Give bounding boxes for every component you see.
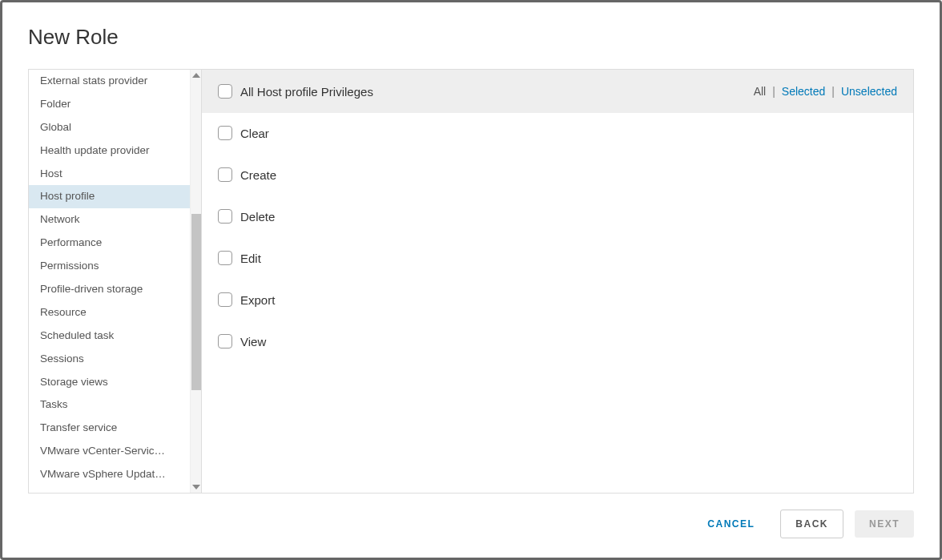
content-area: External stats providerFolderGlobalHealt… <box>28 69 914 494</box>
privilege-label: View <box>240 335 266 348</box>
privilege-checkbox[interactable] <box>218 251 232 265</box>
sidebar-item[interactable]: Tasks <box>29 393 190 417</box>
sidebar-item[interactable]: Permissions <box>29 255 190 278</box>
sidebar-scrollbar[interactable] <box>190 70 201 493</box>
privileges-panel: All Host profile Privileges All | Select… <box>202 70 913 493</box>
privilege-checkbox[interactable] <box>218 126 232 140</box>
privilege-label: Clear <box>240 127 269 140</box>
scroll-thumb[interactable] <box>191 214 201 390</box>
privilege-checkbox[interactable] <box>218 209 232 224</box>
privilege-item: Create <box>218 167 897 182</box>
next-button[interactable]: NEXT <box>855 510 914 538</box>
sidebar-item[interactable]: Folder <box>29 93 190 116</box>
sidebar-item[interactable]: Storage views <box>29 371 190 394</box>
sidebar-item[interactable]: Host <box>29 163 190 186</box>
sidebar-item[interactable]: VMware vCenter-Servic… <box>29 440 190 463</box>
sidebar-item[interactable]: Resource <box>29 301 190 324</box>
scroll-up-icon[interactable] <box>192 73 200 78</box>
sidebar-item[interactable]: Scheduled task <box>29 324 190 348</box>
categories-sidebar: External stats providerFolderGlobalHealt… <box>29 70 202 493</box>
privileges-panel-header: All Host profile Privileges All | Select… <box>202 70 913 113</box>
filter-divider: | <box>772 85 775 98</box>
back-button[interactable]: BACK <box>780 510 843 538</box>
sidebar-item[interactable]: Sessions <box>29 348 190 371</box>
new-role-dialog: New Role External stats providerFolderGl… <box>0 0 942 560</box>
privileges-list: ClearCreateDeleteEditExportView <box>202 113 913 361</box>
scroll-down-icon[interactable] <box>192 485 200 489</box>
privilege-item: Edit <box>218 251 897 265</box>
sidebar-item[interactable]: VMware vSphere Updat… <box>29 463 190 486</box>
filter-all: All <box>754 85 767 98</box>
privilege-checkbox[interactable] <box>218 292 232 307</box>
filter-unselected-link[interactable]: Unselected <box>841 85 897 98</box>
filter-selected-link[interactable]: Selected <box>782 85 825 98</box>
sidebar-item[interactable]: Global <box>29 116 190 139</box>
privilege-checkbox[interactable] <box>218 334 232 348</box>
privilege-item: Clear <box>218 126 897 140</box>
privilege-item: Delete <box>218 209 897 224</box>
privilege-label: Export <box>240 293 275 307</box>
sidebar-item[interactable]: Transfer service <box>29 417 190 440</box>
dialog-title: New Role <box>28 25 914 50</box>
privilege-item: View <box>218 334 897 348</box>
panel-header-filters: All | Selected | Unselected <box>754 85 897 98</box>
privilege-checkbox[interactable] <box>218 167 232 182</box>
privilege-label: Delete <box>240 210 275 224</box>
privilege-label: Create <box>240 168 276 182</box>
sidebar-item[interactable]: Health update provider <box>29 139 190 163</box>
privilege-item: Export <box>218 292 897 307</box>
panel-header-title: All Host profile Privileges <box>240 85 373 99</box>
sidebar-item[interactable]: Performance <box>29 232 190 255</box>
sidebar-item[interactable]: Host profile <box>29 185 190 208</box>
sidebar-item[interactable]: Profile-driven storage <box>29 278 190 301</box>
filter-divider: | <box>831 85 835 98</box>
privilege-label: Edit <box>240 252 261 265</box>
dialog-footer: CANCEL BACK NEXT <box>28 494 914 538</box>
categories-list: External stats providerFolderGlobalHealt… <box>29 70 190 493</box>
cancel-button[interactable]: CANCEL <box>693 510 769 538</box>
select-all-checkbox[interactable] <box>218 84 232 99</box>
sidebar-item[interactable]: Network <box>29 208 190 232</box>
sidebar-item[interactable]: External stats provider <box>29 70 190 93</box>
panel-header-left: All Host profile Privileges <box>218 84 373 99</box>
